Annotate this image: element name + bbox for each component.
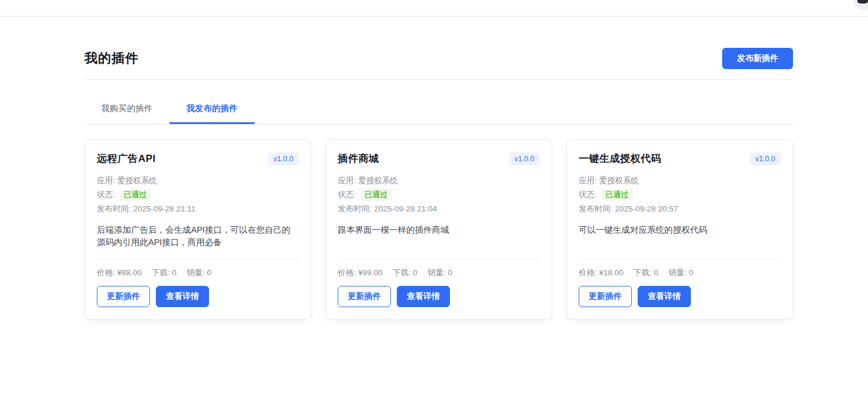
tab-bar: 我购买的插件 我发布的插件: [84, 94, 793, 125]
page-title: 我的插件: [84, 50, 139, 67]
card-footer: 价格: ¥18.00 下载: 0 销量: 0 更新插件 查看详情: [579, 259, 781, 307]
price-value: ¥88.00: [118, 268, 142, 277]
plugin-description: 后端添加广告后，会生成API接口，可以在您自己的源码内引用此API接口，商用必备: [97, 224, 299, 249]
view-details-button[interactable]: 查看详情: [397, 286, 450, 307]
tab-purchased-plugins[interactable]: 我购买的插件: [84, 94, 169, 124]
publish-time-label: 发布时间:: [338, 204, 372, 213]
card-footer: 价格: ¥99.00 下载: 0 销量: 0 更新插件 查看详情: [338, 259, 540, 307]
downloads-label: 下载:: [634, 268, 652, 277]
view-details-button[interactable]: 查看详情: [638, 286, 691, 307]
card-footer: 价格: ¥88.00 下载: 0 销量: 0 更新插件 查看详情: [97, 259, 299, 307]
price-value: ¥18.00: [599, 268, 624, 277]
publish-time-line: 发布时间: 2025-09-28 21:04: [338, 202, 540, 216]
app-label: 应用:: [338, 176, 356, 185]
plugin-meta: 应用: 爱授权系统 状态: 已通过 发布时间: 2025-09-28 21:11: [97, 174, 299, 216]
card-actions: 更新插件 查看详情: [579, 286, 781, 307]
app-value: 爱授权系统: [358, 176, 399, 185]
app-label: 应用:: [97, 176, 115, 185]
top-navbar: [0, 0, 868, 17]
main-content: 我的插件 发布新插件 我购买的插件 我发布的插件 远程广告API v1.0.0 …: [84, 48, 793, 320]
publish-new-plugin-button[interactable]: 发布新插件: [722, 48, 793, 69]
price-stat: 价格: ¥18.00: [579, 268, 624, 278]
downloads-value: 0: [654, 268, 658, 277]
sales-stat: 销量: 0: [428, 268, 452, 278]
status-badge: 已通过: [120, 189, 151, 201]
sales-stat: 销量: 0: [187, 268, 211, 278]
plugin-stats: 价格: ¥88.00 下载: 0 销量: 0: [97, 259, 299, 286]
downloads-label: 下载:: [393, 268, 411, 277]
publish-time-line: 发布时间: 2025-09-28 21:11: [97, 202, 299, 216]
downloads-stat: 下载: 0: [634, 268, 658, 278]
card-actions: 更新插件 查看详情: [97, 286, 299, 307]
sales-label: 销量:: [428, 268, 446, 277]
plugin-card-grid: 远程广告API v1.0.0 应用: 爱授权系统 状态: 已通过 发布时间: 2…: [84, 139, 793, 320]
plugin-description: 跟本界面一模一样的插件商城: [338, 224, 540, 249]
tab-published-plugins[interactable]: 我发布的插件: [169, 94, 254, 124]
app-line: 应用: 爱授权系统: [338, 174, 540, 188]
version-badge: v1.0.0: [509, 152, 540, 165]
status-label: 状态:: [338, 190, 356, 199]
card-header: 远程广告API v1.0.0: [97, 152, 299, 165]
update-plugin-button[interactable]: 更新插件: [338, 286, 391, 307]
publish-time-label: 发布时间:: [579, 204, 613, 213]
downloads-value: 0: [413, 268, 417, 277]
sales-label: 销量:: [187, 268, 205, 277]
downloads-label: 下载:: [152, 268, 170, 277]
view-details-button[interactable]: 查看详情: [156, 286, 209, 307]
status-label: 状态:: [97, 190, 115, 199]
publish-time-value: 2025-09-28 20:57: [615, 204, 678, 213]
plugin-title: 插件商城: [338, 152, 379, 165]
publish-time-line: 发布时间: 2025-09-28 20:57: [579, 202, 781, 216]
sales-value: 0: [448, 268, 452, 277]
plugin-meta: 应用: 爱授权系统 状态: 已通过 发布时间: 2025-09-28 20:57: [579, 174, 781, 216]
downloads-stat: 下载: 0: [393, 268, 417, 278]
status-line: 状态: 已通过: [579, 188, 781, 202]
status-line: 状态: 已通过: [338, 188, 540, 202]
plugin-card: 插件商城 v1.0.0 应用: 爱授权系统 状态: 已通过 发布时间: 2025…: [325, 139, 552, 320]
version-badge: v1.0.0: [268, 152, 299, 165]
price-label: 价格:: [579, 268, 597, 277]
card-header: 一键生成授权代码 v1.0.0: [579, 152, 781, 165]
app-label: 应用:: [579, 176, 597, 185]
user-avatar-icon: [857, 0, 868, 4]
page-header: 我的插件 发布新插件: [84, 48, 793, 80]
update-plugin-button[interactable]: 更新插件: [97, 286, 150, 307]
user-avatar[interactable]: [854, 0, 868, 10]
plugin-card: 远程广告API v1.0.0 应用: 爱授权系统 状态: 已通过 发布时间: 2…: [84, 139, 311, 320]
status-line: 状态: 已通过: [97, 188, 299, 202]
downloads-value: 0: [172, 268, 177, 277]
sales-value: 0: [688, 268, 693, 277]
plugin-card: 一键生成授权代码 v1.0.0 应用: 爱授权系统 状态: 已通过 发布时间: …: [566, 139, 793, 320]
app-line: 应用: 爱授权系统: [97, 174, 299, 188]
price-stat: 价格: ¥99.00: [338, 268, 383, 278]
publish-time-value: 2025-09-28 21:04: [374, 204, 438, 213]
app-line: 应用: 爱授权系统: [579, 174, 781, 188]
version-badge: v1.0.0: [750, 152, 781, 165]
card-header: 插件商城 v1.0.0: [338, 152, 540, 165]
update-plugin-button[interactable]: 更新插件: [579, 286, 632, 307]
plugin-stats: 价格: ¥18.00 下载: 0 销量: 0: [579, 259, 781, 286]
price-label: 价格:: [97, 268, 115, 277]
plugin-description: 可以一键生成对应系统的授权代码: [579, 224, 781, 249]
sales-label: 销量:: [668, 268, 687, 277]
publish-time-label: 发布时间:: [97, 204, 131, 213]
status-label: 状态:: [579, 190, 597, 199]
app-value: 爱授权系统: [599, 176, 639, 185]
plugin-stats: 价格: ¥99.00 下载: 0 销量: 0: [338, 259, 540, 286]
status-badge: 已通过: [602, 189, 633, 201]
downloads-stat: 下载: 0: [152, 268, 177, 278]
card-actions: 更新插件 查看详情: [338, 286, 540, 307]
price-label: 价格:: [338, 268, 356, 277]
app-value: 爱授权系统: [118, 176, 158, 185]
price-stat: 价格: ¥88.00: [97, 268, 142, 278]
status-badge: 已通过: [361, 189, 392, 201]
publish-time-value: 2025-09-28 21:11: [133, 204, 196, 213]
sales-value: 0: [207, 268, 211, 277]
sales-stat: 销量: 0: [668, 268, 693, 278]
price-value: ¥99.00: [358, 268, 383, 277]
plugin-meta: 应用: 爱授权系统 状态: 已通过 发布时间: 2025-09-28 21:04: [338, 174, 540, 216]
plugin-title: 一键生成授权代码: [579, 152, 661, 165]
plugin-title: 远程广告API: [97, 152, 156, 165]
